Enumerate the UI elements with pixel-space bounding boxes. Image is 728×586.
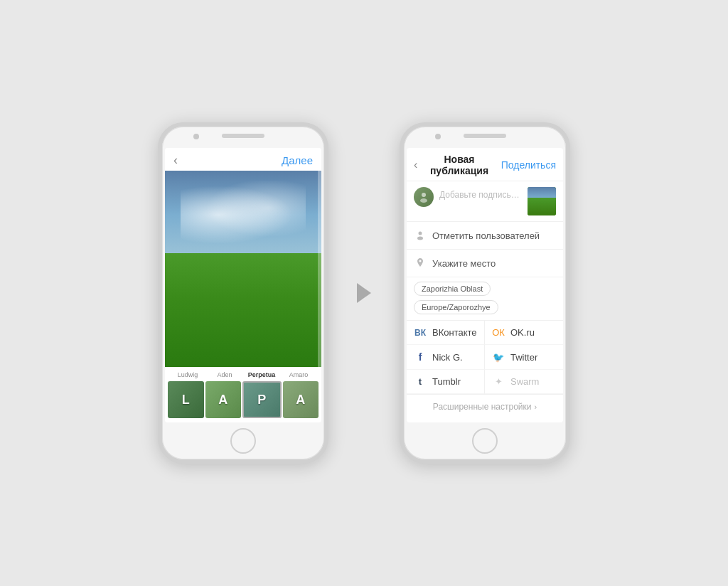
phone2-back-button[interactable]: ‹ [414,159,417,171]
photo-field [165,253,321,367]
add-location-row[interactable]: Укажите место [407,250,563,277]
thumb-sky [528,187,556,198]
next-button[interactable]: Далее [282,154,313,166]
svg-point-4 [419,260,422,262]
filter-thumb-aden[interactable]: A [205,381,242,418]
filter-bar: Ludwig Aden Perpetua Amaro L A P A [165,367,321,422]
filter-thumb-perpetua[interactable]: P [242,381,282,418]
svg-point-1 [420,198,427,203]
filter-label-aden: Aden [206,371,243,378]
facebook-label: Nick G. [432,352,463,363]
filter-labels: Ludwig Aden Perpetua Amaro [165,370,321,380]
location-tags: Zaporizhia Oblast Europe/Zaporozhye [407,277,563,321]
caption-input[interactable]: Добавьте подпись… [439,187,522,200]
tumblr-icon: t [414,376,427,387]
social-facebook[interactable]: f Nick G. [407,345,485,370]
social-twitter[interactable]: 🐦 Twitter [485,345,563,370]
caption-row: Добавьте подпись… [407,181,563,222]
back-button[interactable]: ‹ [173,154,178,166]
twitter-label: Twitter [510,352,537,363]
tag-users-label: Отметить пользователей [432,230,540,241]
location-tag-1[interactable]: Europe/Zaporozhye [414,300,498,314]
share-button[interactable]: Поделиться [501,159,556,171]
filter-thumb-amaro[interactable]: A [283,381,319,418]
svg-point-2 [419,232,422,235]
main-scene: ‹ Далее Ludwig Aden Perpetua Amaro [158,122,570,464]
thumb-field [528,198,556,215]
swarm-icon: ✦ [492,376,505,387]
social-okru[interactable]: ОК OK.ru [485,321,563,345]
phone-1: ‹ Далее Ludwig Aden Perpetua Amaro [158,122,328,464]
filter-thumbs: L A P A [165,380,321,421]
user-avatar [414,187,434,207]
phone1-screen: ‹ Далее Ludwig Aden Perpetua Amaro [165,148,321,422]
add-location-label: Укажите место [432,258,496,269]
person-icon [414,229,427,242]
advanced-settings-row[interactable]: Расширенные настройки › [407,395,563,419]
phone2-screen: ‹ Новая публикация Поделиться Добавьте п… [407,148,563,422]
photo-thumbnail [528,187,556,215]
phone-2: ‹ Новая публикация Поделиться Добавьте п… [400,122,570,464]
phone1-home-button[interactable] [230,428,256,454]
filter-label-perpetua: Perpetua [243,371,280,378]
phone2-camera [435,134,441,139]
svg-point-0 [422,193,426,197]
photo-clouds [181,181,306,250]
advanced-settings-label: Расширенные настройки [433,402,532,412]
location-tag-0[interactable]: Zaporizhia Oblast [414,282,491,296]
photo-strip [318,171,321,367]
swarm-label: Swarm [510,376,539,387]
social-tumblr[interactable]: t Tumblr [407,370,485,394]
filter-label-ludwig: Ludwig [169,371,206,378]
social-swarm[interactable]: ✦ Swarm [485,370,563,394]
tag-users-row[interactable]: Отметить пользователей [407,222,563,250]
phone2-home-button[interactable] [472,428,498,454]
svg-point-3 [417,237,423,240]
social-sharing-grid: ВК ВКонтакте ОК OK.ru f Nick G. 🐦 Twitte… [407,321,563,395]
arrow-separator [357,283,371,303]
filter-thumb-ludwig[interactable]: L [168,381,204,418]
right-arrow-icon [357,283,371,303]
vkontakte-label: ВКонтакте [432,327,477,338]
tumblr-label: Tumblr [432,376,461,387]
ok-icon: ОК [492,327,505,338]
filter-label-amaro: Amaro [280,371,317,378]
vk-icon: ВК [414,328,427,338]
okru-label: OK.ru [510,327,535,338]
twitter-icon: 🐦 [492,352,505,363]
phone1-header: ‹ Далее [165,148,321,171]
location-icon [414,257,427,270]
photo-preview [165,171,321,367]
phone2-header: ‹ Новая публикация Поделиться [407,148,563,181]
chevron-right-icon: › [534,403,537,411]
phone1-camera [193,134,199,139]
publication-title: Новая публикация [422,154,496,176]
facebook-icon: f [414,351,427,363]
social-vkontakte[interactable]: ВК ВКонтакте [407,321,485,345]
